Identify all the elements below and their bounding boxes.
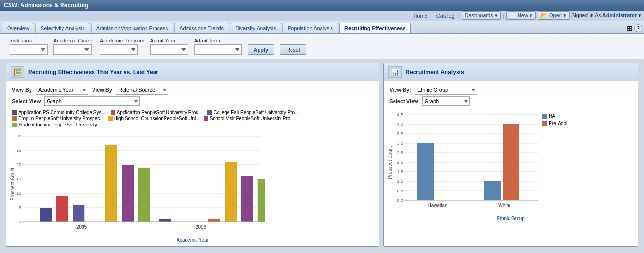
help-icon[interactable]: ? (634, 24, 642, 32)
tab-diversity[interactable]: Diversity Analysis (230, 23, 281, 33)
institution-filter: Institution (10, 38, 48, 55)
right-panel-controls: View By: Ethnic Group Select View Graph (384, 81, 638, 108)
academic-program-label: Academic Program (100, 38, 145, 43)
svg-rect-15 (56, 196, 68, 222)
institution-select[interactable] (10, 44, 48, 55)
tab-admission-process[interactable]: Admission/Application Process (91, 23, 173, 33)
svg-text:20: 20 (17, 162, 21, 167)
left-y-axis-label: Prospect Count (10, 168, 15, 200)
svg-text:2.0: 2.0 (397, 160, 404, 165)
new-dropdown[interactable]: 📄 New ▾ (506, 11, 536, 20)
select-view-left[interactable]: Graph (44, 96, 140, 106)
left-panel-header: 🖼️ Recruiting Effectiveness This Year vs… (6, 63, 379, 81)
tab-admissions-trends[interactable]: Admissions Trends (174, 23, 229, 33)
right-panel-header: 📊 Recruitment Analysis (384, 63, 638, 81)
right-panel-title: Recruitment Analysis (405, 69, 464, 75)
filter-bar: Institution Academic Career Academic Pro… (0, 34, 644, 59)
home-link[interactable]: Home (412, 12, 429, 19)
academic-program-filter: Academic Program (100, 38, 145, 55)
catalog-link[interactable]: Catalog (435, 12, 457, 19)
svg-text:3.0: 3.0 (397, 141, 404, 146)
svg-text:0: 0 (19, 220, 21, 224)
admit-year-filter: Admit Year (150, 38, 188, 55)
institution-label: Institution (10, 38, 32, 43)
view-by-select-1[interactable]: Academic Year (36, 85, 88, 95)
analysis-icon: 📊 (388, 66, 402, 78)
right-chart-legend: NAPre-Appl (542, 114, 567, 126)
svg-text:4.5: 4.5 (397, 112, 404, 117)
svg-text:2006: 2006 (196, 224, 207, 230)
academic-career-select[interactable] (53, 44, 92, 55)
tab-recruiting[interactable]: Recruiting Effectiveness (339, 23, 411, 33)
right-chart-area: Prospect Count 0.00.51.01.52.02.53.03.54… (384, 108, 638, 225)
svg-text:2005: 2005 (76, 224, 87, 230)
legend-item: Application PeopleSoft University Pros..… (111, 110, 204, 115)
svg-text:15: 15 (17, 177, 21, 181)
svg-rect-51 (417, 143, 434, 200)
top-nav: Home | Catalog | Dashboards ▾ | 📄 New ▾ … (0, 11, 644, 21)
right-panel: 📊 Recruitment Analysis View By: Ethnic G… (383, 63, 638, 247)
legend-item: Drop-In PeopleSoft University Prospec... (12, 116, 104, 121)
academic-program-select[interactable] (100, 44, 138, 55)
svg-text:0.5: 0.5 (397, 189, 404, 193)
academic-career-label: Academic Career (53, 38, 94, 43)
view-by-label-right: View By: (389, 87, 411, 93)
admit-year-label: Admit Year (150, 38, 176, 43)
svg-rect-28 (258, 179, 265, 222)
legend-item: Application PS Community College Sys.... (12, 110, 107, 115)
tab-bar: Overview Selectivity Analysis Admission/… (0, 21, 644, 34)
svg-rect-18 (105, 145, 117, 222)
svg-rect-19 (122, 165, 134, 222)
select-view-label-right: Select View (389, 98, 418, 104)
dashboards-dropdown[interactable]: Dashboards ▾ (462, 11, 501, 20)
legend-item: School Visit PeopleSoft University Pro..… (204, 116, 294, 121)
view-by-select-2[interactable]: Referral Source (116, 85, 168, 95)
svg-text:0.0: 0.0 (397, 198, 404, 203)
svg-text:Hawaiian: Hawaiian (428, 203, 447, 208)
svg-text:25: 25 (17, 148, 21, 153)
view-by-label-2: View By (92, 87, 112, 93)
left-chart-area: Prospect Count 05101520253020052006 Acad… (6, 129, 379, 246)
svg-rect-22 (159, 219, 171, 222)
open-dropdown[interactable]: 📂 Open ▾ (538, 11, 570, 20)
view-by-label-1: View By (12, 87, 32, 93)
svg-text:1.0: 1.0 (397, 179, 404, 184)
academic-career-filter: Academic Career (53, 38, 94, 55)
svg-rect-26 (225, 162, 237, 222)
tab-population[interactable]: Population Analysis (282, 23, 338, 33)
svg-text:10: 10 (17, 191, 21, 196)
admit-year-select[interactable] (150, 44, 188, 55)
left-x-axis-label: Academic Year (10, 237, 375, 242)
left-panel: 🖼️ Recruiting Effectiveness This Year vs… (6, 63, 379, 247)
svg-text:5: 5 (19, 205, 21, 210)
left-panel-title: Recruiting Effectiveness This Year vs. L… (28, 69, 158, 75)
apply-button[interactable]: Apply (248, 44, 275, 55)
svg-text:3.5: 3.5 (397, 131, 404, 136)
svg-text:White: White (499, 203, 511, 208)
select-view-right[interactable]: Graph (422, 96, 470, 106)
svg-rect-53 (484, 181, 501, 200)
admit-term-select[interactable] (194, 44, 242, 55)
admit-term-filter: Admit Term (194, 38, 242, 55)
tab-overview[interactable]: Overview (2, 23, 34, 33)
left-chart-legend: Application PS Community College Sys....… (6, 108, 379, 129)
svg-text:1.5: 1.5 (397, 169, 404, 174)
tab-selectivity[interactable]: Selectivity Analysis (35, 23, 90, 33)
grid-icon: ⊞ (627, 24, 633, 32)
legend-item: College Fair PeopleSoft University Pro..… (207, 110, 300, 115)
legend-item: Pre-Appl (542, 121, 567, 126)
main-content: 🖼️ Recruiting Effectiveness This Year vs… (0, 59, 644, 251)
right-x-axis-label: Ethnic Group (387, 216, 634, 221)
right-chart-svg: 0.00.51.01.52.02.53.03.54.04.5HawaiianWh… (395, 110, 542, 215)
reset-button[interactable]: Reset (280, 44, 306, 55)
svg-rect-54 (503, 124, 519, 200)
recruiting-icon: 🖼️ (11, 66, 24, 78)
svg-rect-14 (40, 208, 52, 222)
app-title: CSW: Admissions & Recruiting (4, 2, 88, 9)
legend-item: NA (542, 114, 567, 119)
view-by-select-right[interactable]: Ethnic Group (415, 85, 477, 95)
svg-rect-20 (138, 168, 150, 222)
select-view-label-left: Select View (12, 98, 41, 104)
right-y-axis-label: Prospect Count (387, 146, 393, 179)
legend-item: High School Counselor PeopleSoft Uni... (108, 116, 200, 121)
